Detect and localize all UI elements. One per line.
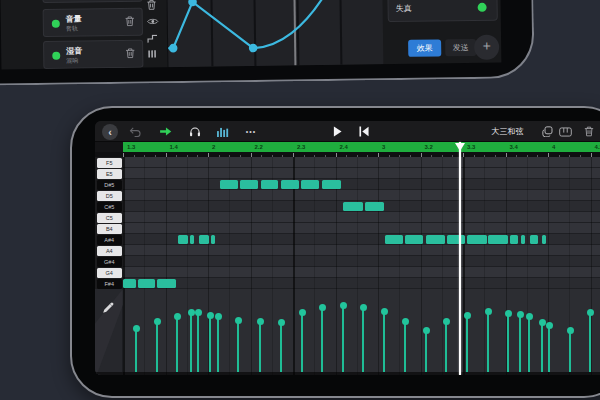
- velocity-lollipop[interactable]: [539, 319, 546, 326]
- trash-icon[interactable]: [125, 16, 135, 27]
- velocity-lollipop[interactable]: [257, 318, 264, 325]
- trash-icon[interactable]: [583, 121, 595, 142]
- velocity-stem[interactable]: [217, 316, 219, 372]
- velocity-lollipop[interactable]: [381, 308, 388, 315]
- velocity-stem[interactable]: [209, 315, 211, 372]
- velocity-stem[interactable]: [156, 321, 158, 372]
- midi-note[interactable]: [447, 235, 465, 244]
- midi-note[interactable]: [322, 180, 341, 189]
- timeline-ruler[interactable]: 1.31.422.22.32.433.23.33.444.2: [95, 142, 600, 152]
- send-tab-button[interactable]: 发送: [445, 39, 476, 56]
- velocity-stem[interactable]: [342, 305, 344, 372]
- midi-note[interactable]: [426, 235, 445, 244]
- midi-note[interactable]: [211, 235, 215, 244]
- undo-icon[interactable]: [128, 121, 142, 142]
- midi-note[interactable]: [510, 235, 518, 244]
- midi-note[interactable]: [281, 180, 299, 189]
- keyboard-icon[interactable]: [558, 121, 572, 142]
- track-row-partial[interactable]: [42, 0, 142, 3]
- automation-track-row[interactable]: 音量 音轨: [43, 8, 143, 37]
- velocity-lollipop[interactable]: [485, 308, 492, 315]
- velocity-lollipop[interactable]: [360, 304, 367, 311]
- automation-lane[interactable]: [166, 0, 383, 67]
- velocity-lollipop[interactable]: [526, 313, 533, 320]
- velocity-stem[interactable]: [135, 328, 137, 372]
- velocity-stem[interactable]: [383, 311, 385, 372]
- velocity-lollipop[interactable]: [402, 318, 409, 325]
- velocity-stem[interactable]: [445, 321, 447, 372]
- velocity-lollipop[interactable]: [195, 309, 202, 316]
- velocity-lollipop[interactable]: [215, 313, 222, 320]
- velocity-stem[interactable]: [425, 330, 427, 372]
- note-row[interactable]: [123, 256, 600, 267]
- trash-icon[interactable]: [125, 48, 135, 59]
- skip-to-start-button[interactable]: [358, 121, 370, 142]
- levels-icon[interactable]: [215, 121, 229, 142]
- velocity-stem[interactable]: [190, 312, 192, 372]
- velocity-stem[interactable]: [321, 307, 323, 372]
- midi-note[interactable]: [530, 235, 538, 244]
- velocity-stem[interactable]: [519, 314, 521, 372]
- velocity-stem[interactable]: [176, 316, 178, 372]
- velocity-lollipop[interactable]: [567, 327, 574, 334]
- playhead-line[interactable]: [459, 142, 461, 375]
- midi-note[interactable]: [157, 279, 176, 288]
- midi-note[interactable]: [467, 235, 487, 244]
- trash-icon[interactable]: [146, 0, 164, 11]
- effect-row-distortion[interactable]: 失真: [387, 0, 497, 22]
- midi-note[interactable]: [240, 180, 258, 189]
- back-button[interactable]: ‹: [102, 124, 118, 140]
- velocity-stem[interactable]: [589, 312, 591, 372]
- velocity-stem[interactable]: [569, 330, 571, 372]
- add-button[interactable]: +: [474, 35, 499, 60]
- velocity-lollipop[interactable]: [505, 310, 512, 317]
- piano-roll-grid[interactable]: F5E5D#5D5C#5C5B4A#4A4G#4G4F#4: [95, 157, 600, 289]
- velocity-stem[interactable]: [528, 316, 530, 372]
- automation-track-row[interactable]: 湿音 混响: [43, 40, 143, 69]
- velocity-lollipop[interactable]: [423, 327, 430, 334]
- velocity-lollipop[interactable]: [278, 319, 285, 326]
- note-row[interactable]: [123, 212, 600, 223]
- velocity-lollipop[interactable]: [133, 325, 140, 332]
- copy-icon[interactable]: [541, 121, 553, 142]
- midi-note[interactable]: [365, 202, 384, 211]
- velocity-stem[interactable]: [362, 307, 364, 372]
- velocity-stem[interactable]: [541, 322, 543, 372]
- midi-note[interactable]: [178, 235, 188, 244]
- velocity-stem[interactable]: [237, 320, 239, 372]
- note-row[interactable]: [123, 157, 600, 168]
- note-row[interactable]: [123, 168, 600, 179]
- note-row[interactable]: [123, 223, 600, 234]
- effects-tab-button[interactable]: 效果: [408, 39, 441, 56]
- velocity-stem[interactable]: [259, 321, 261, 372]
- note-row[interactable]: [123, 234, 600, 245]
- midi-note[interactable]: [488, 235, 508, 244]
- note-row[interactable]: [123, 179, 600, 190]
- velocity-lollipop[interactable]: [517, 311, 524, 318]
- midi-note[interactable]: [190, 235, 194, 244]
- play-button[interactable]: [331, 121, 343, 142]
- eye-icon[interactable]: [147, 17, 165, 25]
- midi-note[interactable]: [542, 235, 546, 244]
- velocity-stem[interactable]: [280, 322, 282, 372]
- midi-note[interactable]: [405, 235, 423, 244]
- velocity-lollipop[interactable]: [443, 318, 450, 325]
- note-row[interactable]: [123, 278, 600, 289]
- midi-note[interactable]: [138, 279, 155, 288]
- velocity-lollipop[interactable]: [235, 317, 242, 324]
- midi-note[interactable]: [199, 235, 209, 244]
- velocity-lollipop[interactable]: [319, 304, 326, 311]
- velocity-stem[interactable]: [507, 313, 509, 372]
- midi-note[interactable]: [385, 235, 403, 244]
- note-row[interactable]: [123, 267, 600, 278]
- velocity-lollipop[interactable]: [207, 312, 214, 319]
- chord-label[interactable]: 大三和弦: [480, 121, 535, 142]
- automation-curve[interactable]: [167, 0, 384, 67]
- velocity-lollipop[interactable]: [464, 312, 471, 319]
- playhead-handle[interactable]: [455, 143, 465, 151]
- midi-note[interactable]: [521, 235, 525, 244]
- arrow-right-icon[interactable]: [158, 121, 172, 142]
- velocity-stem[interactable]: [487, 311, 489, 372]
- piano-keys-icon[interactable]: [147, 49, 165, 58]
- velocity-lollipop[interactable]: [188, 309, 195, 316]
